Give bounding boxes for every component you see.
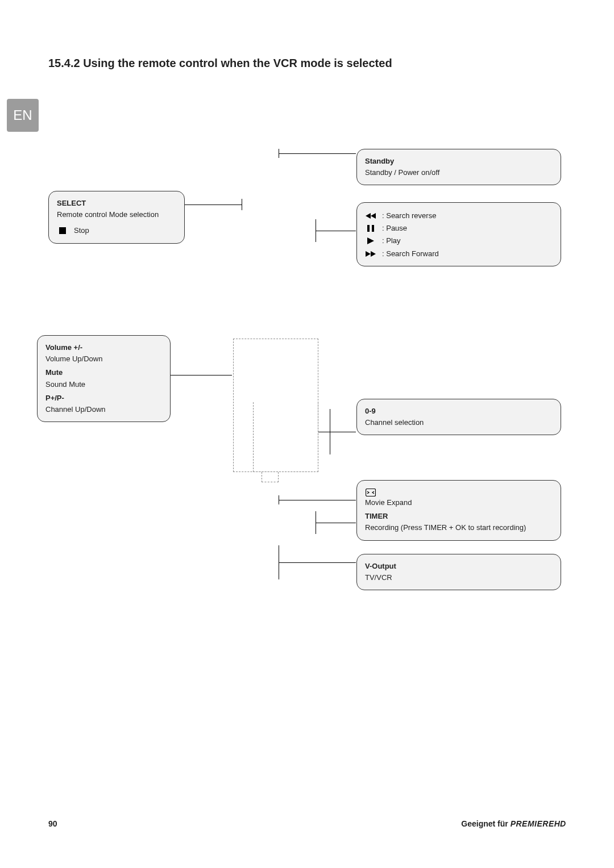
leader-transport <box>316 231 356 231</box>
leader-movietimer-tick2 <box>279 495 279 504</box>
language-tab: EN <box>7 99 39 132</box>
timer-desc: Recording (Press TIMER + OK to start rec… <box>365 523 553 533</box>
svg-marker-6 <box>366 251 371 257</box>
play-icon <box>365 237 376 244</box>
leader-numeric <box>318 432 356 432</box>
pause-icon <box>365 225 376 232</box>
leader-select <box>185 205 242 205</box>
select-desc: Remote control Mode selection <box>57 210 176 220</box>
leader-select-tick <box>242 199 242 210</box>
numeric-desc: Channel selection <box>365 418 553 428</box>
transport-rev: : Search reverse <box>382 211 436 221</box>
transport-play: : Play <box>382 236 401 246</box>
svg-rect-4 <box>372 225 374 232</box>
footer-prefix: Geeignet für <box>461 819 510 828</box>
svg-rect-8 <box>366 489 376 496</box>
stop-icon <box>57 227 68 234</box>
standby-desc: Standby / Power on/off <box>365 168 553 178</box>
timer-title: TIMER <box>365 512 388 520</box>
svg-marker-7 <box>371 251 376 257</box>
callout-movie-timer: Movie Expand TIMER Recording (Press TIME… <box>356 480 561 541</box>
transport-pause: : Pause <box>382 223 407 233</box>
leader-movietimer-tick <box>316 511 316 534</box>
volume-desc: Volume Up/Down <box>45 354 162 364</box>
voutput-title: V-Output <box>365 562 396 570</box>
mute-desc: Sound Mute <box>45 379 162 390</box>
chan-desc: Channel Up/Down <box>45 404 162 415</box>
leader-standby <box>279 153 356 154</box>
footer-suffix: HD <box>554 819 566 828</box>
footer-brand: PREMIERE <box>511 819 554 828</box>
callout-transport: : Search reverse : Pause : Play : Search… <box>356 202 561 266</box>
transport-fwd: : Search Forward <box>382 249 439 259</box>
svg-marker-5 <box>367 237 374 244</box>
section-heading: 15.4.2 Using the remote control when the… <box>48 57 392 70</box>
leader-volume <box>171 375 232 375</box>
callout-numeric: 0-9 Channel selection <box>356 399 561 435</box>
rewind-icon <box>365 213 376 219</box>
leader-movietimer-h2 <box>316 523 356 523</box>
movie-desc: Movie Expand <box>365 498 553 508</box>
callout-standby: Standby Standby / Power on/off <box>356 149 561 185</box>
leader-movietimer-h <box>279 500 356 500</box>
svg-marker-1 <box>366 213 371 219</box>
standby-title: Standby <box>365 157 394 165</box>
fast-forward-icon <box>365 251 376 257</box>
chan-title: P+/P- <box>45 394 64 402</box>
callout-volume: Volume +/- Volume Up/Down Mute Sound Mut… <box>37 335 171 422</box>
leader-standby-tick <box>279 149 279 158</box>
volume-title: Volume +/- <box>45 343 82 352</box>
select-stop-label: Stop <box>74 226 89 236</box>
dashed-keypad-area-2 <box>253 402 318 472</box>
svg-marker-2 <box>371 213 376 219</box>
leader-numeric-v <box>330 409 330 454</box>
leader-transport-tick <box>316 219 316 242</box>
movie-expand-icon <box>365 489 376 496</box>
manual-page: 15.4.2 Using the remote control when the… <box>0 0 614 868</box>
svg-rect-3 <box>367 225 370 232</box>
leader-voutput-v <box>279 545 279 579</box>
numeric-title: 0-9 <box>365 407 376 415</box>
voutput-desc: TV/VCR <box>365 573 553 583</box>
dashed-keypad-area-3 <box>262 472 279 482</box>
svg-rect-0 <box>59 227 66 234</box>
footer-right: Geeignet für PREMIEREHD <box>461 819 566 828</box>
select-title: SELECT <box>57 199 86 207</box>
callout-voutput: V-Output TV/VCR <box>356 554 561 590</box>
leader-voutput <box>279 562 356 563</box>
page-number: 90 <box>48 819 57 828</box>
callout-select: SELECT Remote control Mode selection Sto… <box>48 191 185 244</box>
mute-title: Mute <box>45 368 63 377</box>
